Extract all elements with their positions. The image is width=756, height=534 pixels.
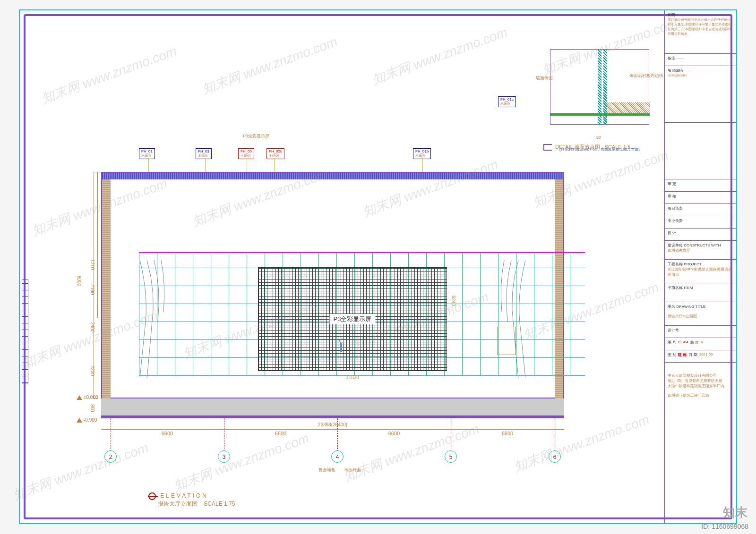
drawing-area: 墙面饰面 饰面后衬板内边线 50 (详见材料做法表07-02，饰面板依据上图尺寸… (26, 16, 659, 517)
axis-bubble-5: 5 (445, 450, 457, 463)
cabinet (497, 327, 516, 355)
total-width-dim: 26398(26400) (101, 422, 564, 427)
axis-bubble-3: 3 (218, 450, 230, 463)
screen-width-dim: 11520 (305, 375, 400, 380)
pm-row: 项目负责 (665, 204, 736, 216)
callout-1: FH_01木饰面 (139, 148, 155, 159)
sheet-no-row: 图 号 EL-04 版 次 A (665, 338, 736, 350)
drawing-sheet: 说明: 未经我公司书面同意本公司不允许任何单位和个人复制;本图未经许可禁止复印及… (19, 9, 737, 524)
design-no-row: 设计号 (665, 326, 736, 338)
item-row: 子项名称 ITEM (665, 283, 736, 302)
axis-span-0: 6600 (111, 431, 224, 436)
category-row: 图 别 建 施 日 期 2021.05 (665, 350, 736, 363)
detail-hatch (607, 102, 650, 113)
axis-span-2: 6600 (337, 431, 451, 436)
axis-bubble-6: 6 (549, 450, 561, 463)
dim-total-h: 8000 (77, 276, 82, 286)
screen-label: P3全彩显示屏 (330, 314, 376, 324)
site-logo: 知末 (723, 504, 747, 521)
elevation-view: P3全彩显示屏 11520 6240 8000 1210 (73, 172, 574, 446)
floor-note: 复合地板——木纹砖面 (318, 467, 361, 473)
client-row: 建设单位 CONSTRUCTE WITH 四川省教育厅 (665, 241, 736, 260)
project-row: 工程名称 PROJECT 长江路初级中学附属幼儿园保教用房改造项目 (665, 260, 736, 283)
stage-floor (101, 398, 564, 415)
detail-view: 墙面饰面 饰面后衬板内边线 50 (详见材料做法表07-02，饰面板依据上图尺寸… (526, 49, 649, 139)
elevation-frame: P3全彩显示屏 11520 6240 (101, 172, 564, 398)
floor-edge (101, 415, 564, 418)
dim-v-2: 2400 (90, 322, 95, 332)
axis-bubble-4: 4 (331, 450, 344, 463)
curtain-left (140, 260, 178, 378)
detail-frame (550, 49, 649, 125)
title-block: 说明: 未经我公司书面同意本公司不允许任何单位和个人复制;本图未经许可禁止复印及… (664, 10, 736, 523)
callout-2: FH_03木饰面 (196, 148, 212, 159)
approve-row: 审 定 (665, 179, 736, 192)
scale-ruler (22, 280, 28, 383)
axis-span-1: 6600 (224, 431, 337, 436)
dim-floor: 900 (90, 404, 95, 412)
detail-title: DETAIL 墙面节点图 SCALE 1:5 (543, 144, 630, 151)
person-figure (338, 339, 344, 353)
led-screen: P3全彩显示屏 (258, 267, 447, 371)
ceiling-band (102, 173, 563, 179)
callout-3: FH_05不锈钢 (238, 148, 254, 159)
elevation-title: ELEVATION 报告大厅立面图 SCALE 1:75 (148, 492, 235, 508)
detail-title-icon (543, 144, 552, 151)
datum-mark-icon (77, 395, 82, 400)
datum-neg: -0.900 (77, 417, 97, 423)
column-left (102, 179, 111, 399)
detail-label-wall: 墙面饰面 (536, 75, 553, 81)
axis-span-3: 6600 (451, 431, 564, 436)
notice-label: 说明: (668, 13, 676, 17)
dim-bracket-inner (97, 172, 101, 318)
dim-v-1: 2190 (90, 284, 95, 295)
datum-mark-icon-2 (77, 418, 82, 423)
screen-top-note: P3全彩显示屏 (243, 133, 269, 139)
remark-row: 备注 —— (665, 54, 736, 66)
notice-box: 说明: 未经我公司书面同意本公司不允许任何单位和个人复制;本图未经许可禁止复印及… (665, 10, 736, 54)
detail-callout: FH_01c 木饰面 (498, 96, 516, 107)
axis-bubble-2: 2 (104, 450, 117, 463)
screen-height-dim: 6240 (451, 296, 456, 306)
discipline-row: 专业负责 (665, 216, 736, 229)
company-row: 中京云建筑规划设计有限公司 地址: 四川省成都市龙泉驿区天府 大道中段迎晖路段惠… (665, 363, 736, 415)
dim-v-0: 1210 (90, 259, 95, 270)
axis-dim-line (101, 429, 564, 430)
drawing-title-row: 图名 DRAWING TITLE 报告大厅D立面图 (665, 302, 736, 326)
review-row: 审 核 (665, 192, 736, 204)
elevation-symbol-icon (148, 492, 156, 500)
detail-label-panel: 饰面后衬板内边线 (629, 73, 663, 79)
detail-dim-50: 50 (596, 135, 601, 140)
detail-base (550, 113, 650, 116)
notice-text: 未经我公司书面同意本公司不允许任何单位和个人复制;本图未经许可禁止复印及传递给任… (668, 18, 731, 35)
design-row: 设 计 (665, 229, 736, 241)
image-id: ID: 1160699068 (701, 523, 748, 530)
project-code-row: 项目编码 —— (归档机构内容) (665, 66, 736, 123)
callout-3b: FH_05b不锈钢 (266, 148, 284, 159)
curtain-right (488, 260, 525, 378)
logo-space (665, 123, 736, 179)
dim-v-3: 2200 (90, 365, 95, 376)
datum-0: ±0.000 (77, 395, 98, 400)
